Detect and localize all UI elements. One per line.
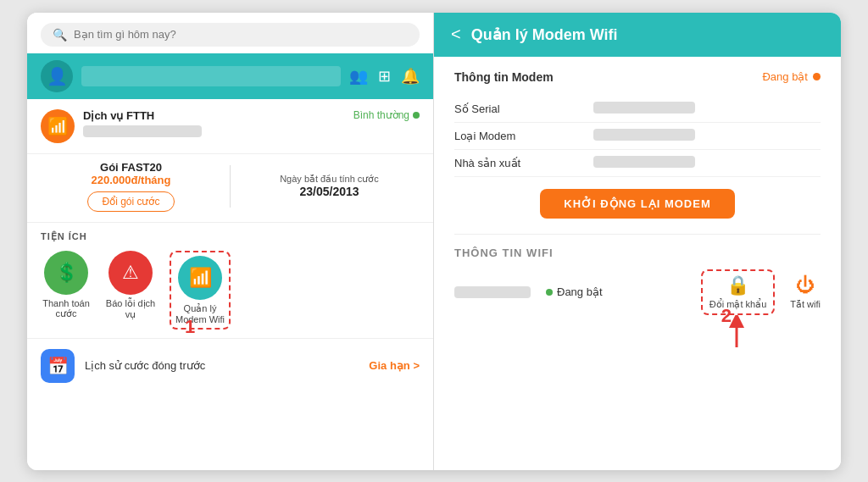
header-icons: 👥 ⊞ 🔔 xyxy=(349,67,420,86)
table-row: Số Serial xyxy=(454,96,821,123)
report-icon: ⚠ xyxy=(108,251,153,295)
user-name-bar xyxy=(81,66,341,86)
modem-info-row: Thông tin Modem Đang bật xyxy=(454,70,821,84)
back-button[interactable]: < xyxy=(451,25,461,44)
payment-label: Thanh toán cước xyxy=(41,298,92,319)
field-label-loai: Loại Modem xyxy=(454,122,593,149)
tien-ich-item-report[interactable]: ⚠ Báo lỗi dịch vụ xyxy=(105,251,156,320)
lock-icon: 🔒 xyxy=(726,274,749,296)
qr-icon[interactable]: ⊞ xyxy=(378,67,391,86)
status-dot xyxy=(413,112,420,119)
payment-icon: 💲 xyxy=(44,251,88,295)
field-value-nha xyxy=(593,149,821,176)
tien-ich-title: TIỆN ÍCH xyxy=(41,231,420,242)
service-id-bar xyxy=(83,125,202,137)
service-info: Dịch vụ FTTH Bình thường xyxy=(83,109,420,137)
left-panel: 🔍 👤 👥 ⊞ 🔔 📶 Dịch vụ FTTH xyxy=(27,13,434,470)
plan-date-label: Ngày bắt đầu tính cước xyxy=(280,174,379,185)
table-row: Nhà sản xuất xyxy=(454,149,821,176)
table-row: Loại Modem xyxy=(454,122,821,149)
search-bar: 🔍 xyxy=(41,23,420,47)
plan-divider xyxy=(230,165,231,208)
report-label: Báo lỗi dịch vụ xyxy=(105,298,156,320)
power-label: Tắt wifi xyxy=(790,299,821,310)
wifi-row: Đang bật 🔒 Đổi mật khẩu 2 xyxy=(454,269,821,315)
plan-block: Gói FAST20 220.000đ/tháng Đổi gói cước N… xyxy=(27,154,433,223)
plan-date: 23/05/2013 xyxy=(299,185,359,198)
wifi-name-bar xyxy=(454,286,531,298)
modem-info-title: Thông tin Modem xyxy=(454,70,554,84)
lich-su-icon: 📅 xyxy=(41,349,75,383)
search-bar-wrap: 🔍 xyxy=(27,13,433,53)
change-plan-button[interactable]: Đổi gói cước xyxy=(87,191,174,212)
wifi-status: Đang bật xyxy=(546,285,603,298)
field-label-serial: Số Serial xyxy=(454,96,593,123)
field-label-nha: Nhà sản xuất xyxy=(454,149,593,176)
divider xyxy=(454,234,821,235)
change-password-button[interactable]: 🔒 Đổi mật khẩu xyxy=(709,274,766,310)
plan-right: Ngày bắt đầu tính cước 23/05/2013 xyxy=(239,174,420,198)
lich-su-block: 📅 Lịch sử cước đóng trước Gia hạn > xyxy=(27,339,433,393)
restart-modem-button[interactable]: KHỞI ĐỘNG LẠI MODEM xyxy=(540,189,735,219)
field-value-serial xyxy=(593,96,821,123)
field-value-loai xyxy=(593,122,821,149)
right-header: < Quản lý Modem Wifi xyxy=(434,13,841,57)
change-password-label: Đổi mật khẩu xyxy=(709,299,766,310)
power-icon: ⏻ xyxy=(796,274,815,296)
gia-han-button[interactable]: Gia hạn > xyxy=(369,359,420,372)
modem-status-dot xyxy=(813,73,821,80)
service-title: Dịch vụ FTTH xyxy=(83,109,154,122)
tien-ich-block: TIỆN ÍCH 💲 Thanh toán cước ⚠ Báo lỗi dịc… xyxy=(27,223,433,339)
arrow-indicator xyxy=(720,315,754,351)
avatar: 👤 xyxy=(41,60,73,92)
tien-ich-items: 💲 Thanh toán cước ⚠ Báo lỗi dịch vụ 📶 Qu… xyxy=(41,251,420,330)
search-icon: 🔍 xyxy=(53,28,67,42)
service-status: Bình thường xyxy=(353,109,420,121)
tien-ich-item-payment[interactable]: 💲 Thanh toán cước xyxy=(41,251,92,319)
search-input[interactable] xyxy=(74,28,408,41)
badge-1: 1 xyxy=(185,316,195,338)
right-panel: < Quản lý Modem Wifi Thông tin Modem Đan… xyxy=(434,13,841,470)
service-icon: 📶 xyxy=(41,109,75,143)
dashed-highlight-2: 🔒 Đổi mật khẩu xyxy=(701,269,775,315)
plan-price: 220.000đ/tháng xyxy=(92,174,171,186)
power-wifi-button[interactable]: ⏻ Tắt wifi xyxy=(790,274,821,310)
modem-icon: 📶 xyxy=(178,256,222,300)
tien-ich-item-modem-wrap: 📶 Quản lý Modem Wifi 1 xyxy=(170,251,231,330)
lich-su-text: Lịch sử cước đóng trước xyxy=(85,359,359,372)
tien-ich-item-modem[interactable]: 📶 Quản lý Modem Wifi xyxy=(175,256,225,324)
wifi-section-title: THÔNG TIN WIFI xyxy=(454,247,821,259)
bell-icon[interactable]: 🔔 xyxy=(401,67,420,86)
wifi-actions: 🔒 Đổi mật khẩu 2 xyxy=(701,269,821,315)
modem-label: Quản lý Modem Wifi xyxy=(175,303,225,324)
plan-name: Gói FAST20 xyxy=(100,161,162,174)
right-title: Quản lý Modem Wifi xyxy=(471,25,618,44)
change-password-wrap: 🔒 Đổi mật khẩu 2 xyxy=(701,269,775,315)
group-icon[interactable]: 👥 xyxy=(349,67,368,86)
plan-left: Gói FAST20 220.000đ/tháng Đổi gói cước xyxy=(41,161,221,212)
service-row1: Dịch vụ FTTH Bình thường xyxy=(83,109,420,122)
dashed-highlight-1: 📶 Quản lý Modem Wifi xyxy=(170,251,231,330)
modem-info-table: Số Serial Loại Modem Nhà sản xuất xyxy=(454,96,821,177)
modem-status: Đang bật xyxy=(762,70,821,83)
user-header: 👤 👥 ⊞ 🔔 xyxy=(27,53,433,99)
service-block: 📶 Dịch vụ FTTH Bình thường xyxy=(27,99,433,154)
right-body: Thông tin Modem Đang bật Số Serial Loại … xyxy=(434,57,841,470)
